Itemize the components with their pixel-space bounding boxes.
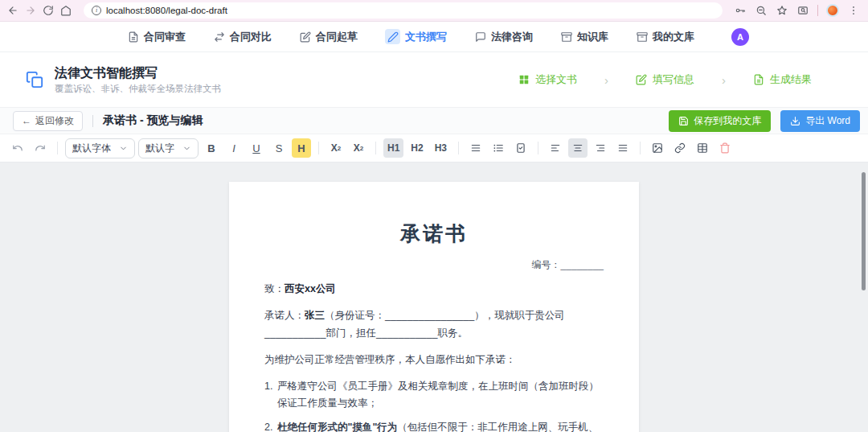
tab-label: 我的文库 — [653, 30, 694, 44]
step-fill-info[interactable]: 填写信息 — [636, 72, 694, 87]
number-label: 编号： — [532, 259, 561, 270]
task-list-button[interactable] — [511, 138, 530, 158]
reload-icon[interactable] — [42, 4, 55, 17]
password-key-icon[interactable] — [734, 4, 747, 17]
editor-toolbar: 默认字体 默认字 B I U S H X2 X2 H1 H2 H3 — [0, 134, 868, 163]
step-select-document[interactable]: 选择文书 — [518, 72, 577, 87]
back-icon[interactable] — [6, 4, 19, 17]
zoom-out-icon[interactable] — [755, 4, 768, 17]
chevron-right-icon: › — [604, 73, 608, 87]
tab-label: 知识库 — [577, 30, 608, 44]
export-button-label: 导出 Word — [805, 114, 850, 128]
promisor-label: 承诺人： — [264, 310, 305, 321]
vertical-scrollbar[interactable] — [862, 172, 866, 290]
delete-button[interactable] — [715, 138, 735, 158]
bullet-list-button[interactable] — [466, 138, 485, 158]
font-size-select[interactable]: 默认字 — [138, 138, 199, 158]
italic-button[interactable]: I — [224, 138, 244, 158]
browser-profile-avatar[interactable] — [826, 4, 839, 17]
app-window: i localhost:8080/legal-doc-draft 合同审查 合同… — [0, 0, 868, 432]
superscript-base: X — [354, 142, 360, 154]
export-word-button[interactable]: 导出 Word — [780, 110, 860, 132]
subscript-base: X — [331, 142, 338, 154]
number-blank: ________ — [561, 259, 604, 270]
save-to-library-button[interactable]: 保存到我的文库 — [669, 110, 771, 132]
chat-bubble-icon — [474, 31, 486, 43]
superscript-mark: 2 — [360, 145, 363, 152]
forward-icon[interactable] — [24, 4, 37, 17]
font-size-value: 默认字 — [145, 142, 174, 155]
edit-square-icon — [299, 31, 311, 43]
tab-my-library[interactable]: 我的文库 — [636, 30, 694, 44]
tab-contract-draft[interactable]: 合同起草 — [299, 30, 358, 44]
strikethrough-button[interactable]: S — [269, 138, 289, 158]
page-title: 法律文书智能撰写 — [55, 65, 221, 81]
site-info-icon[interactable]: i — [92, 6, 101, 15]
superscript-button[interactable]: X2 — [349, 138, 368, 158]
preview-toolbar: ← 返回修改 承诺书 - 预览与编辑 保存到我的文库 导出 Word — [0, 107, 868, 134]
toolbar-separator — [375, 142, 376, 154]
url-text[interactable]: localhost:8080/legal-doc-draft — [106, 6, 227, 15]
align-right-button[interactable] — [591, 138, 610, 158]
heading1-button[interactable]: H1 — [383, 138, 403, 158]
document-preview-title: 承诺书 - 预览与编辑 — [103, 113, 203, 128]
document-page[interactable]: 承诺书 编号：________ 致：西安xx公司 承诺人：张三（身份证号：___… — [229, 182, 639, 432]
redo-button[interactable] — [31, 138, 50, 158]
heading3-button[interactable]: H3 — [431, 138, 451, 158]
promisor-text: 部门，担任 — [326, 327, 376, 339]
insert-image-button[interactable] — [648, 138, 667, 158]
chevron-down-icon — [182, 144, 191, 153]
tab-label: 合同起草 — [316, 30, 358, 44]
align-center-button[interactable] — [568, 138, 588, 158]
list-item: 2. 杜绝任何形式的"摸鱼"行为（包括但不限于：非工作用途上网、玩手机、闲聊等与… — [264, 419, 604, 432]
ordered-list-button[interactable] — [489, 138, 508, 158]
app-nav-bar: 合同审查 合同对比 合同起草 文书撰写 法律咨询 知识库 — [0, 22, 868, 52]
wizard-steps: 选择文书 › 填写信息 › 生成结果 — [518, 72, 812, 87]
department-blank: ___________ — [264, 327, 326, 339]
underline-button[interactable]: U — [247, 138, 266, 158]
tab-contract-compare[interactable]: 合同对比 — [213, 30, 272, 44]
tab-label: 合同审查 — [144, 30, 186, 44]
align-left-button[interactable] — [546, 138, 565, 158]
undo-button[interactable] — [8, 138, 27, 158]
page-subtitle: 覆盖诉讼、非诉、仲裁等全场景法律文书 — [55, 83, 221, 95]
back-to-edit-button[interactable]: ← 返回修改 — [13, 111, 83, 131]
highlight-button[interactable]: H — [292, 138, 311, 158]
align-justify-button[interactable] — [613, 138, 633, 158]
subscript-button[interactable]: X2 — [326, 138, 346, 158]
library-box-icon — [636, 31, 648, 43]
edit-square-icon — [636, 74, 647, 85]
item-text: 杜绝任何形式的"摸鱼"行为（包括但不限于：非工作用途上网、玩手机、闲聊等与工作无… — [277, 419, 604, 432]
document-preview-area[interactable]: 承诺书 编号：________ 致：西安xx公司 承诺人：张三（身份证号：___… — [0, 163, 868, 432]
bookmark-star-icon[interactable] — [776, 4, 788, 17]
url-bar[interactable]: i localhost:8080/legal-doc-draft — [84, 2, 723, 19]
toolbar-separator — [640, 142, 641, 154]
tab-knowledge-base[interactable]: 知识库 — [560, 30, 608, 44]
item-number: 2. — [264, 419, 277, 432]
toolbar-separator — [57, 142, 58, 154]
browser-menu-icon[interactable] — [847, 4, 860, 17]
page-header-text: 法律文书智能撰写 覆盖诉讼、非诉、仲裁等全场景法律文书 — [55, 65, 221, 95]
user-avatar[interactable]: A — [731, 28, 749, 46]
font-family-select[interactable]: 默认字体 — [65, 138, 135, 158]
item-number: 1. — [264, 378, 277, 413]
tab-search-icon[interactable] — [796, 4, 809, 17]
document-number-line: 编号：________ — [264, 258, 604, 272]
subscript-mark: 2 — [338, 145, 341, 152]
tab-legal-consult[interactable]: 法律咨询 — [474, 30, 533, 44]
insert-table-button[interactable] — [693, 138, 712, 158]
bold-button[interactable]: B — [202, 138, 221, 158]
tab-label: 文书撰写 — [405, 30, 447, 44]
document-title: 承诺书 — [264, 220, 604, 247]
home-icon[interactable] — [59, 4, 72, 17]
heading2-button[interactable]: H2 — [407, 138, 427, 158]
insert-link-button[interactable] — [670, 138, 690, 158]
tab-contract-review[interactable]: 合同审查 — [127, 30, 186, 44]
nav-tabs: 合同审查 合同对比 合同起草 文书撰写 法律咨询 知识库 — [0, 29, 694, 44]
page-header: 法律文书智能撰写 覆盖诉讼、非诉、仲裁等全场景法律文书 选择文书 › 填写信息 … — [0, 52, 868, 107]
step-generate-result[interactable]: 生成结果 — [753, 72, 812, 87]
id-number-blank: ________________ — [385, 310, 474, 321]
promisor-name: 张三 — [305, 310, 325, 321]
compare-arrows-icon — [213, 31, 225, 43]
tab-document-writing[interactable]: 文书撰写 — [385, 29, 447, 44]
